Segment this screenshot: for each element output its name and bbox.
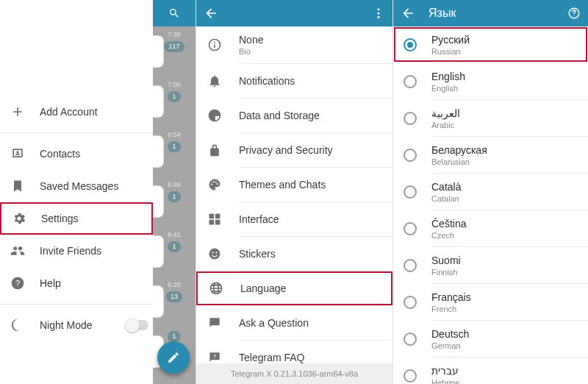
more-button[interactable] (372, 7, 385, 20)
drawer-item-invite-friends[interactable]: Invite Friends (0, 235, 153, 267)
help-circle-icon (567, 7, 581, 20)
more-vert-icon (372, 7, 385, 20)
night-mode-toggle[interactable] (126, 320, 148, 330)
settings-bio[interactable]: None Bio (196, 26, 392, 63)
language-option-hebrew[interactable]: עבריתHebrew (393, 358, 588, 384)
language-option-german[interactable]: DeutschGerman (393, 321, 588, 357)
radio-icon (404, 259, 417, 272)
chat-time: 6:41 (168, 231, 181, 238)
unread-badge: 1 (168, 91, 181, 102)
info-icon (207, 37, 223, 53)
drawer-item-settings[interactable]: Settings (0, 202, 153, 235)
unread-badge: 1 (168, 141, 181, 152)
language-option-czech[interactable]: ČeštinaCzech (393, 210, 588, 246)
svg-point-5 (378, 16, 380, 18)
settings-item-ask-a-question[interactable]: Ask a Question (196, 306, 392, 340)
chat-time: 7:39 (168, 31, 181, 38)
language-option-french[interactable]: FrançaisFrench (393, 284, 588, 320)
settings-item-stickers[interactable]: Stickers (196, 237, 392, 271)
nav-drawer: Add AccountContactsSaved MessagesSetting… (0, 0, 153, 384)
drawer-item-label: Help (40, 277, 61, 289)
drawer-item-contacts[interactable]: Contacts (0, 138, 153, 170)
drawer-item-label: Saved Messages (40, 180, 118, 192)
back-button[interactable] (204, 6, 218, 21)
unread-badge: 13 (166, 291, 182, 302)
search-button[interactable] (153, 0, 196, 26)
drawer-item-label: Night Mode (40, 319, 93, 331)
settings-bio-title: None (239, 34, 263, 46)
svg-point-7 (212, 181, 214, 182)
faq-icon: ? (207, 349, 223, 363)
settings-item-label: Data and Storage (239, 110, 320, 121)
unread-badge: 1 (168, 191, 181, 202)
settings-item-label: Privacy and Security (239, 144, 333, 156)
help-button[interactable] (567, 7, 581, 20)
compose-fab[interactable] (157, 341, 190, 374)
language-native: Русский (431, 34, 470, 46)
radio-icon (404, 38, 417, 51)
language-native: English (431, 71, 465, 82)
help-icon: ? (10, 276, 25, 291)
sticker-icon (207, 246, 223, 262)
bell-icon (207, 73, 223, 89)
language-native: Suomi (431, 255, 461, 266)
back-button[interactable] (401, 6, 415, 21)
drawer-item-saved-messages[interactable]: Saved Messages (0, 170, 153, 202)
settings-item-label: Language (240, 282, 286, 294)
settings-item-themes-and-chats[interactable]: Themes and Chats (196, 168, 392, 202)
drawer-panel: 7:391177:0016:5416:4816:4116:29131 Add A… (0, 0, 196, 384)
language-english: French (431, 305, 471, 313)
language-native: Français (431, 291, 471, 303)
drawer-item-help[interactable]: ?Help (0, 267, 153, 299)
svg-point-6 (211, 184, 212, 185)
version-bar: Telegram X 0.21.3.1036-arm64-v8a (196, 363, 392, 384)
svg-point-14 (209, 249, 220, 260)
drawer-item-night-mode[interactable]: Night Mode (0, 309, 153, 341)
language-option-arabic[interactable]: العربيةArabic (393, 100, 588, 136)
chat-row[interactable]: 7:001 (164, 77, 184, 127)
drawer-item-add-account[interactable]: Add Account (0, 96, 153, 128)
settings-item-data-and-storage[interactable]: Data and Storage (196, 99, 392, 132)
chat-list-dimmed: 7:391177:0016:5416:4816:4116:29131 (153, 0, 196, 384)
language-screen: Язык РусскийRussianEnglishEnglishالعربية… (392, 0, 588, 384)
language-native: Čeština (431, 218, 466, 230)
language-english: English (431, 84, 465, 93)
language-option-catalan[interactable]: CatalàCatalan (393, 174, 588, 210)
language-option-english[interactable]: EnglishEnglish (393, 63, 588, 99)
svg-rect-11 (215, 214, 220, 219)
invite-icon (10, 243, 25, 258)
language-option-finnish[interactable]: SuomiFinnish (393, 247, 588, 283)
bookmark-icon (10, 179, 25, 193)
chat-row[interactable]: 6:411 (164, 227, 184, 277)
settings-item-interface[interactable]: Interface (196, 202, 392, 236)
chat-icon (207, 315, 223, 331)
language-option-belarusian[interactable]: БеларускаяBelarusian (393, 137, 588, 173)
radio-icon (404, 333, 417, 346)
language-option-russian[interactable]: РусскийRussian (393, 26, 588, 63)
settings-item-privacy-and-security[interactable]: Privacy and Security (196, 133, 392, 167)
svg-text:?: ? (213, 353, 216, 360)
settings-item-telegram-faq[interactable]: ?Telegram FAQ (196, 341, 392, 363)
language-english: Russian (431, 47, 470, 56)
chat-row[interactable]: 7:39117 (164, 26, 184, 77)
language-native: العربية (431, 107, 460, 119)
settings-item-notifications[interactable]: Notifications (196, 64, 392, 98)
plus-icon (10, 104, 25, 119)
arrow-left-icon (401, 6, 415, 21)
radio-icon (404, 369, 417, 383)
arrow-left-icon (204, 6, 218, 21)
svg-point-21 (573, 15, 574, 16)
svg-point-9 (217, 183, 218, 185)
chat-time: 6:54 (168, 131, 181, 138)
settings-item-label: Themes and Chats (239, 179, 326, 191)
chat-row[interactable]: 6:541 (164, 127, 184, 177)
settings-item-language[interactable]: Language (196, 271, 392, 305)
chat-row[interactable]: 6:2913 (164, 277, 184, 327)
unread-badge: 1 (168, 331, 181, 342)
language-english: Catalan (431, 194, 461, 203)
drawer-item-label: Add Account (40, 106, 98, 118)
language-topbar: Язык (393, 0, 588, 26)
chat-row[interactable]: 6:481 (164, 177, 184, 227)
svg-text:?: ? (15, 278, 21, 288)
radio-icon (404, 185, 417, 199)
